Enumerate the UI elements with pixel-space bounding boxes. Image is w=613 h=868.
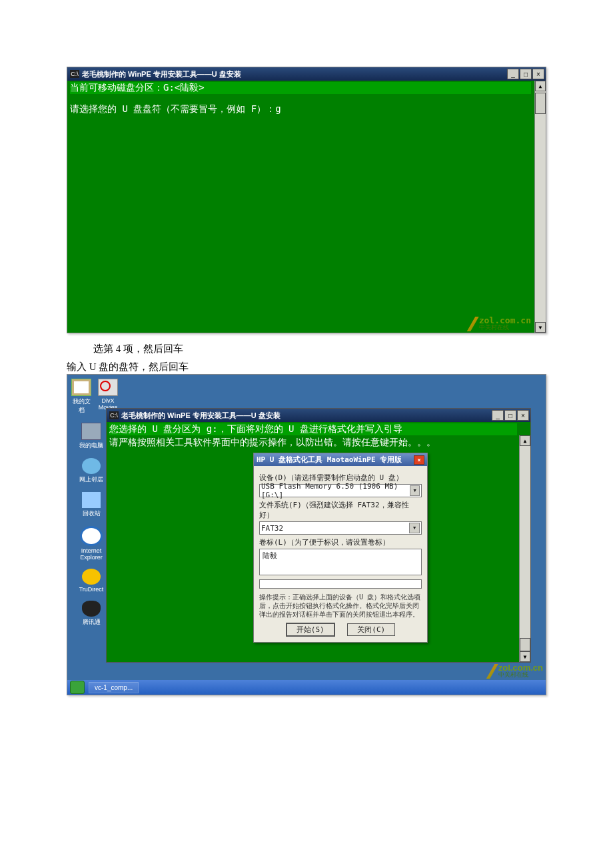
watermark-top: zol.com.cn xyxy=(498,664,543,671)
format-progress-bar xyxy=(259,579,422,589)
close-button[interactable]: × xyxy=(532,69,544,79)
my-documents-icon[interactable]: 我的文档 xyxy=(71,379,91,415)
close-dialog-button[interactable]: 关闭(C) xyxy=(347,623,395,636)
scroll-down-icon[interactable]: ▼ xyxy=(520,651,530,662)
scroll-up-icon[interactable]: ▲ xyxy=(535,81,546,91)
dialog-hint: 操作提示：正确选择上面的设备（U 盘）和格式化选项后，点击开始按钮执行格式化操作… xyxy=(259,593,422,619)
watermark-top: zol.com.cn xyxy=(479,317,531,324)
console-icon: C:\ xyxy=(109,411,119,419)
winpe-tool-window-2: C:\ 老毛桃制作的 WinPE 专用安装工具——U 盘安装 _ □ × 您选择… xyxy=(106,408,531,663)
window-2-scrollbar[interactable]: ▲ ▼ xyxy=(519,435,530,662)
tencent-rtx-icon[interactable]: 腾讯通 xyxy=(71,601,111,627)
zol-watermark: zol.com.cn 中关村在线 xyxy=(486,664,543,679)
chevron-down-icon: ▼ xyxy=(410,485,420,496)
window-1-titlebar: C:\ 老毛桃制作的 WinPE 专用安装工具——U 盘安装 _ □ × xyxy=(67,67,546,81)
device-label: 设备(D)（请选择需要制作启动盘的 U 盘） xyxy=(259,473,422,483)
filesystem-label: 文件系统(F)（强烈建议选择 FAT32，兼容性好） xyxy=(259,500,422,520)
caption-line-2: 输入 U 盘的盘符，然后回车 xyxy=(67,359,546,375)
window-2-title: 老毛桃制作的 WinPE 专用安装工具——U 盘安装 xyxy=(121,411,281,421)
close-button[interactable]: × xyxy=(517,410,529,421)
winpe-tool-window-1: C:\ 老毛桃制作的 WinPE 专用安装工具——U 盘安装 _ □ × 当前可… xyxy=(67,67,546,333)
console2-line-1: 您选择的 U 盘分区为 g:，下面将对您的 U 盘进行格式化并写入引导 xyxy=(109,423,517,435)
desktop-screenshot: 我的文档 DivX Movies 我的电脑 网上邻居 回收站 xyxy=(67,374,546,695)
minimize-button[interactable]: _ xyxy=(507,69,519,79)
window-1-scrollbar[interactable]: ▲ ▼ xyxy=(534,81,546,333)
caption-line-1: 选第 4 项，然后回车 xyxy=(93,341,546,357)
console-line-2: 请选择您的 U 盘盘符（不需要冒号，例如 F）：g xyxy=(70,103,531,115)
maximize-button[interactable]: □ xyxy=(504,410,516,421)
filesystem-select-value: FAT32 xyxy=(261,524,283,533)
recycle-bin-icon[interactable]: 回收站 xyxy=(71,492,111,518)
window-2-titlebar: C:\ 老毛桃制作的 WinPE 专用安装工具——U 盘安装 _ □ × xyxy=(107,409,530,422)
maximize-button[interactable]: □ xyxy=(520,69,532,79)
window-2-client: 您选择的 U 盘分区为 g:，下面将对您的 U 盘进行格式化并写入引导 请严格按… xyxy=(107,422,530,662)
device-select[interactable]: USB Flash Memory 6.50 (1906 MB) [G:\] ▼ xyxy=(259,484,422,497)
chevron-down-icon: ▼ xyxy=(409,523,420,533)
internet-explorer-icon[interactable]: Internet Explorer xyxy=(71,526,111,561)
trudirect-icon[interactable]: TruDirect xyxy=(71,569,111,593)
volume-label-label: 卷标(L)（为了便于标识，请设置卷标） xyxy=(259,537,422,547)
console-line-1: 当前可移动磁盘分区：G:<陆毅> xyxy=(70,82,531,94)
window-1-title: 老毛桃制作的 WinPE 专用安装工具——U 盘安装 xyxy=(82,69,241,79)
console2-line-2: 请严格按照相关工具软件界面中的提示操作，以防出错。请按任意键开始。。。 xyxy=(109,437,517,449)
start-button[interactable]: 开始(S) xyxy=(286,623,335,637)
dialog-title: HP U 盘格式化工具 MaotaoWinPE 专用版 xyxy=(257,455,402,465)
scroll-thumb[interactable] xyxy=(520,638,530,651)
filesystem-select[interactable]: FAT32 ▼ xyxy=(259,521,422,535)
scroll-down-icon[interactable]: ▼ xyxy=(535,322,546,333)
scroll-up-icon[interactable]: ▲ xyxy=(520,435,530,446)
hp-format-dialog: HP U 盘格式化工具 MaotaoWinPE 专用版 × 设备(D)（请选择需… xyxy=(253,453,428,643)
my-computer-icon[interactable]: 我的电脑 xyxy=(71,423,111,450)
volume-label-input[interactable]: 陆毅 xyxy=(259,549,422,575)
taskbar-item[interactable]: vc-1_comp... xyxy=(89,682,139,693)
console-icon: C:\ xyxy=(70,70,79,78)
dialog-close-button[interactable]: × xyxy=(414,455,424,465)
windows-taskbar[interactable]: vc-1_comp... xyxy=(67,680,546,695)
desktop-icons-column: 我的文档 DivX Movies 我的电脑 网上邻居 回收站 xyxy=(71,379,111,635)
scroll-thumb[interactable] xyxy=(535,93,546,114)
minimize-button[interactable]: _ xyxy=(492,410,504,421)
zol-watermark: zol.com.cn 中关村在线 xyxy=(467,317,531,331)
dialog-titlebar: HP U 盘格式化工具 MaotaoWinPE 专用版 × xyxy=(254,453,427,466)
window-1-client: 当前可移动磁盘分区：G:<陆毅> 请选择您的 U 盘盘符（不需要冒号，例如 F）… xyxy=(67,81,546,333)
device-select-value: USB Flash Memory 6.50 (1906 MB) [G:\] xyxy=(261,482,410,499)
zol-logo-icon xyxy=(467,317,479,331)
start-button-icon[interactable] xyxy=(70,681,85,694)
zol-logo-icon xyxy=(486,664,498,679)
network-neighborhood-icon[interactable]: 网上邻居 xyxy=(71,458,111,484)
